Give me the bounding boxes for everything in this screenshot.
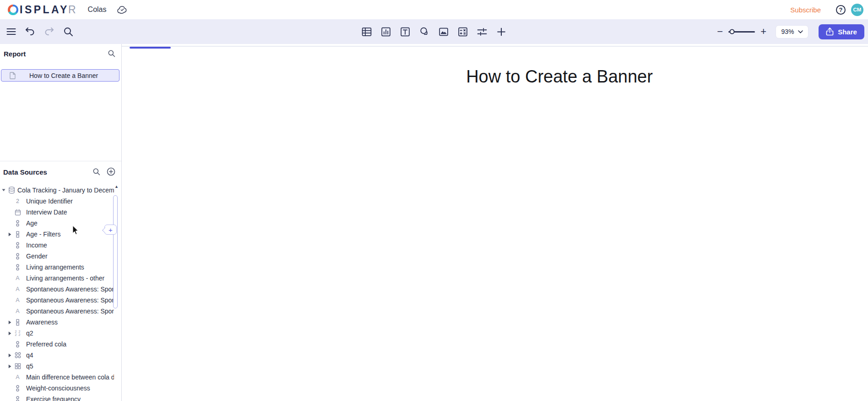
expand-arrow[interactable] [8,353,12,357]
document-title[interactable]: Colas [88,5,107,14]
search-icon[interactable] [63,27,73,37]
data-sources-search-icon[interactable] [92,168,100,176]
page-icon [10,72,16,79]
variable-row[interactable]: Income [0,240,121,251]
variable-row[interactable]: Awareness [0,317,121,328]
share-icon [826,27,834,36]
table-icon [361,26,373,38]
add-data-source-icon[interactable] [107,167,115,176]
variable-row[interactable]: Cola Tracking - January to Decembe [0,185,121,196]
add-object-icon [496,26,507,38]
page-title[interactable]: How to Create a Banner [466,67,653,87]
expand-arrow[interactable] [8,232,12,236]
numeric-grid-icon: 2222 [14,330,21,336]
variable-label: q4 [26,352,114,359]
text-box-icon[interactable] [400,26,411,38]
redo-icon[interactable] [44,27,54,36]
ordinal-icon [14,264,21,271]
report-page-item[interactable]: How to Create a Banner [1,69,119,82]
shape-icon[interactable] [419,26,430,38]
hamburger-menu-icon[interactable] [6,28,16,35]
scrollbar-thumb[interactable] [113,195,118,308]
numeric-icon: 2 [14,198,21,204]
text-icon: A [14,297,21,303]
variable-label: Age - Filters [26,231,114,238]
variable-label: Age [26,220,114,227]
variable-row[interactable]: Weight-consciousness [0,383,121,394]
ordinal-icon [14,242,21,249]
zoom-out-button[interactable]: − [715,26,725,38]
table-icon[interactable] [361,26,373,38]
logo-text: ISPLAY [20,4,69,16]
variable-row[interactable]: Age [0,218,121,229]
image-icon[interactable] [438,26,450,38]
chart-icon[interactable] [380,26,392,38]
shape-icon [419,26,430,38]
variable-row[interactable]: A Spontaneous Awareness: Sponta [0,284,121,295]
variable-row[interactable]: 2 Unique Identifier [0,196,121,207]
filters-icon[interactable] [477,26,488,38]
variable-row[interactable]: A Main difference between cola dri [0,372,121,383]
variable-label: q5 [26,363,114,370]
expand-arrow[interactable] [8,320,12,324]
variable-row[interactable]: 2222 q2 [0,328,121,339]
variable-label: Income [26,242,114,249]
variable-tree: Cola Tracking - January to Decembe 2 Uni… [0,185,121,401]
variable-row[interactable]: Exercise frequency [0,394,121,401]
zoom-level-dropdown[interactable]: 93% [776,25,808,38]
undo-icon[interactable] [25,27,35,36]
page-canvas: How to Create a Banner [122,44,868,401]
zoom-level-value: 93% [781,28,794,35]
variable-row[interactable]: Preferred cola [0,339,121,350]
ordinal-icon [14,253,21,260]
variable-set-icon [14,319,21,326]
cloud-saved-icon[interactable] [117,5,128,14]
variable-label: Cola Tracking - January to Decembe [17,187,114,194]
variable-row[interactable]: A Spontaneous Awareness: Sponta [0,295,121,306]
text-icon: A [14,374,21,380]
variable-row[interactable]: Gender [0,251,121,262]
variable-label: Spontaneous Awareness: Sponta [26,297,114,304]
add-variable-button[interactable]: + [104,225,117,235]
report-search-icon[interactable] [108,49,115,57]
help-icon[interactable]: ? [836,5,846,15]
binary-grid-icon [14,363,21,369]
variable-label: Gender [26,253,114,260]
ordinal-icon [14,396,21,401]
zoom-in-button[interactable]: + [759,26,768,38]
variable-label: Unique Identifier [26,198,114,205]
zoom-slider-thumb[interactable] [730,29,735,34]
add-object-icon[interactable] [496,26,507,38]
data-sources-panel-title: Data Sources [3,168,47,176]
share-label: Share [838,28,857,36]
variable-row[interactable]: A Living arrangements - other [0,273,121,284]
variable-row[interactable]: q5 [0,361,121,372]
variable-row[interactable]: A Spontaneous Awareness: Sponta [0,306,121,317]
variable-row[interactable]: q4 [0,350,121,361]
share-button[interactable]: Share [819,24,864,39]
variable-label: q2 [26,330,114,337]
ordinal-icon [14,341,21,348]
expand-arrow[interactable] [8,364,12,368]
expand-arrow[interactable] [8,331,12,335]
expand-arrow[interactable] [2,188,5,192]
variable-row[interactable]: Interview Date [0,207,121,218]
insert-toolbar [361,19,507,44]
logo-d-icon [8,5,18,15]
page-loading-bar [130,47,171,49]
displayr-logo[interactable]: ISPLAY R [8,4,76,16]
variable-label: Living arrangements [26,264,114,271]
canvas-top-divider [122,46,868,47]
report-page-label: How to Create a Banner [29,72,98,79]
text-box-icon [400,26,411,38]
variable-row[interactable]: Living arrangements [0,262,121,273]
logo-text-r: R [68,4,76,16]
variable-label: Living arrangements - other [26,275,114,282]
variable-label: Exercise frequency [26,396,114,401]
avatar[interactable]: CM [851,4,863,16]
scroll-up-arrow[interactable]: ▲ [114,184,119,189]
calculation-icon[interactable] [457,26,469,38]
zoom-slider[interactable] [728,31,755,33]
text-icon: A [14,275,21,281]
subscribe-link[interactable]: Subscribe [790,6,821,14]
